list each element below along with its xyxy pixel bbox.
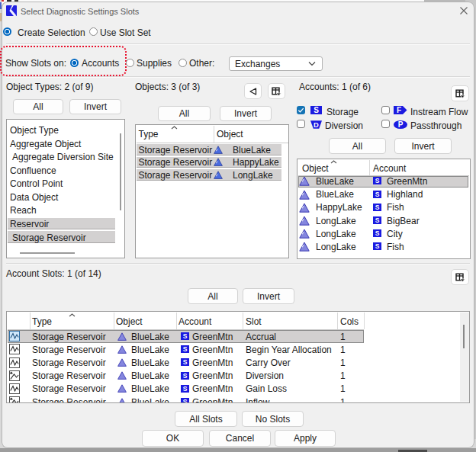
svg-text:P: P (398, 120, 404, 129)
svg-text:S: S (183, 385, 188, 393)
svg-text:D: D (314, 120, 319, 128)
svg-text:S: S (375, 191, 380, 198)
svg-text:S: S (183, 358, 188, 366)
svg-text:S: S (183, 398, 188, 403)
svg-text:S: S (375, 204, 380, 211)
svg-text:F: F (397, 106, 401, 114)
svg-text:S: S (375, 242, 380, 250)
svg-text:S: S (183, 345, 188, 353)
svg-text:S: S (375, 216, 380, 224)
svg-text:S: S (375, 177, 380, 184)
svg-text:S: S (183, 372, 188, 380)
svg-text:S: S (375, 229, 380, 237)
svg-text:S: S (183, 332, 188, 340)
svg-text:S: S (314, 106, 319, 114)
